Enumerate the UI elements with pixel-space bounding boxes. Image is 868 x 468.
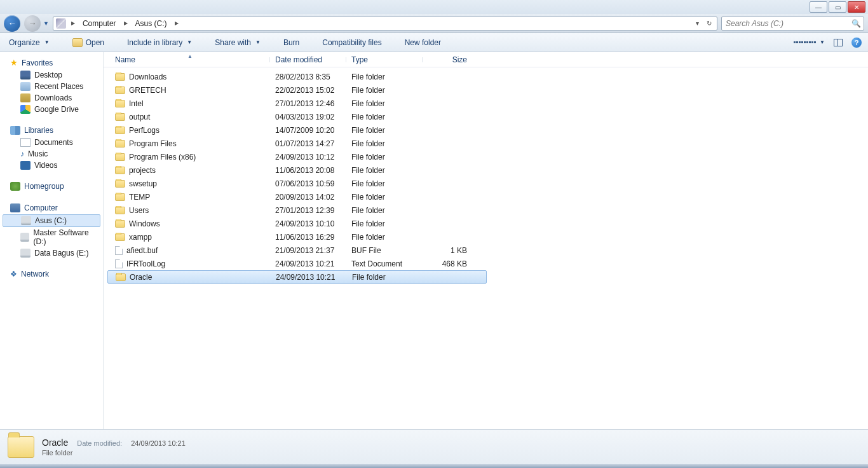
- computer-header[interactable]: Computer: [0, 202, 103, 214]
- file-row[interactable]: Downloads28/02/2013 8:35File folder: [104, 70, 868, 83]
- folder-icon: [116, 273, 126, 281]
- file-date: 28/02/2013 8:35: [270, 72, 346, 81]
- sidebar-item-music[interactable]: ♪Music: [0, 148, 103, 160]
- include-in-library-button[interactable]: Include in library▼: [125, 36, 194, 49]
- file-name: Program Files (x86): [129, 153, 196, 162]
- dropdown-arrow-icon[interactable]: ▾: [693, 18, 702, 28]
- sidebar-item-google-drive[interactable]: Google Drive: [0, 104, 103, 115]
- file-type: BUF File: [346, 246, 423, 255]
- organize-button[interactable]: Organize▼: [6, 36, 52, 49]
- search-input[interactable]: [724, 18, 851, 29]
- minimize-button[interactable]: —: [810, 1, 827, 13]
- folder-icon: [115, 73, 125, 81]
- forward-button[interactable]: →: [24, 15, 41, 32]
- burn-button[interactable]: Burn: [281, 36, 302, 49]
- new-folder-button[interactable]: New folder: [402, 36, 444, 49]
- close-button[interactable]: ✕: [848, 1, 865, 13]
- sidebar-item-documents[interactable]: Documents: [0, 137, 103, 148]
- file-row[interactable]: TEMP20/09/2013 14:02File folder: [104, 190, 868, 203]
- view-grid-icon: [794, 41, 816, 43]
- file-row[interactable]: Users27/01/2013 12:39File folder: [104, 203, 868, 217]
- video-icon: [20, 161, 31, 170]
- file-name: IFRToolLog: [126, 259, 165, 268]
- sort-ascending-icon: ▲: [187, 53, 193, 59]
- file-name: Users: [129, 206, 149, 215]
- file-row[interactable]: projects11/06/2013 20:08File folder: [104, 163, 868, 177]
- file-name: afiedt.buf: [126, 246, 158, 255]
- file-row[interactable]: IFRToolLog24/09/2013 10:21Text Document4…: [104, 257, 868, 270]
- file-type: Text Document: [346, 259, 423, 268]
- file-type: File folder: [346, 206, 423, 215]
- column-size[interactable]: Size: [423, 55, 472, 64]
- share-with-button[interactable]: Share with▼: [212, 36, 263, 49]
- chevron-right-icon[interactable]: ▶: [172, 20, 181, 26]
- help-button[interactable]: ?: [851, 38, 862, 48]
- file-row[interactable]: Program Files01/07/2013 14:27File folder: [104, 137, 868, 150]
- address-bar[interactable]: ▶ Computer ▶ Asus (C:) ▶ ▾ ↻: [53, 17, 717, 31]
- file-row[interactable]: Oracle24/09/2013 10:21File folder: [107, 270, 487, 284]
- chevron-right-icon[interactable]: ▶: [121, 20, 130, 26]
- file-type: File folder: [346, 153, 423, 162]
- preview-pane-button[interactable]: [834, 39, 843, 46]
- folder-icon: [115, 140, 125, 148]
- file-size: 468 KB: [423, 259, 472, 268]
- file-row[interactable]: PerfLogs14/07/2009 10:20File folder: [104, 123, 868, 137]
- folder-icon: [115, 207, 125, 214]
- file-date: 11/06/2013 20:08: [270, 166, 346, 175]
- network-header[interactable]: ❖Network: [0, 268, 103, 280]
- file-list[interactable]: Downloads28/02/2013 8:35File folderGRETE…: [104, 67, 868, 429]
- file-type: File folder: [346, 99, 423, 108]
- details-type: File folder: [42, 449, 186, 457]
- file-row[interactable]: afiedt.buf21/09/2013 21:37BUF File1 KB: [104, 244, 868, 257]
- sidebar-item-master-software-d-[interactable]: Master Software (D:): [0, 227, 103, 247]
- drive-icon: [21, 216, 31, 225]
- file-date: 21/09/2013 21:37: [270, 246, 346, 255]
- libraries-header[interactable]: Libraries: [0, 124, 103, 137]
- breadcrumb-drive[interactable]: Asus (C:): [133, 17, 170, 30]
- sidebar-item-recent-places[interactable]: Recent Places: [0, 81, 103, 92]
- sidebar-item-desktop[interactable]: Desktop: [0, 69, 103, 81]
- sidebar-item-label: Google Drive: [34, 105, 79, 114]
- favorites-header[interactable]: ★Favorites: [0, 56, 103, 69]
- homegroup-icon: [10, 182, 20, 191]
- sidebar-item-asus-c-[interactable]: Asus (C:): [3, 214, 100, 227]
- sidebar-item-label: Master Software (D:): [33, 228, 97, 246]
- column-headers: Name▲ Date modified Type Size: [104, 52, 868, 67]
- view-options-button[interactable]: ▼: [794, 39, 825, 45]
- file-type: File folder: [346, 113, 423, 121]
- column-type[interactable]: Type: [346, 55, 423, 64]
- sidebar-item-videos[interactable]: Videos: [0, 160, 103, 171]
- file-date: 22/02/2013 15:02: [270, 86, 346, 95]
- maximize-button[interactable]: ▭: [829, 1, 846, 13]
- refresh-button[interactable]: ↻: [704, 18, 714, 28]
- file-date: 14/07/2009 10:20: [270, 126, 346, 135]
- search-box[interactable]: 🔍: [721, 17, 864, 31]
- file-row[interactable]: output04/03/2013 19:02File folder: [104, 110, 868, 123]
- file-name: output: [129, 113, 150, 121]
- compatibility-files-button[interactable]: Compatibility files: [320, 36, 384, 49]
- sidebar-item-label: Music: [28, 149, 48, 158]
- file-type: File folder: [346, 86, 423, 95]
- search-icon[interactable]: 🔍: [851, 19, 861, 28]
- sidebar-item-downloads[interactable]: Downloads: [0, 92, 103, 104]
- open-button[interactable]: Open: [70, 36, 107, 49]
- file-row[interactable]: GRETECH22/02/2013 15:02File folder: [104, 83, 868, 97]
- sidebar-item-label: Videos: [34, 161, 57, 170]
- breadcrumb-computer[interactable]: Computer: [80, 17, 119, 30]
- column-name[interactable]: Name▲: [110, 55, 270, 64]
- nav-history-dropdown[interactable]: ▼: [43, 20, 49, 27]
- folder-icon: [115, 180, 125, 188]
- chevron-right-icon[interactable]: ▶: [69, 20, 78, 26]
- sidebar-item-data-bagus-e-[interactable]: Data Bagus (E:): [0, 247, 103, 259]
- file-size: 1 KB: [423, 246, 472, 255]
- file-row[interactable]: Windows24/09/2013 10:10File folder: [104, 217, 868, 230]
- homegroup-header[interactable]: Homegroup: [0, 180, 103, 193]
- sidebar-item-label: Recent Places: [34, 82, 83, 91]
- file-row[interactable]: xampp11/06/2013 16:29File folder: [104, 230, 868, 244]
- file-row[interactable]: swsetup07/06/2013 10:59File folder: [104, 177, 868, 190]
- column-date[interactable]: Date modified: [270, 55, 346, 64]
- file-row[interactable]: Intel27/01/2013 12:46File folder: [104, 97, 868, 110]
- file-row[interactable]: Program Files (x86)24/09/2013 10:12File …: [104, 150, 868, 163]
- back-button[interactable]: ←: [4, 15, 20, 32]
- file-date: 27/01/2013 12:46: [270, 99, 346, 108]
